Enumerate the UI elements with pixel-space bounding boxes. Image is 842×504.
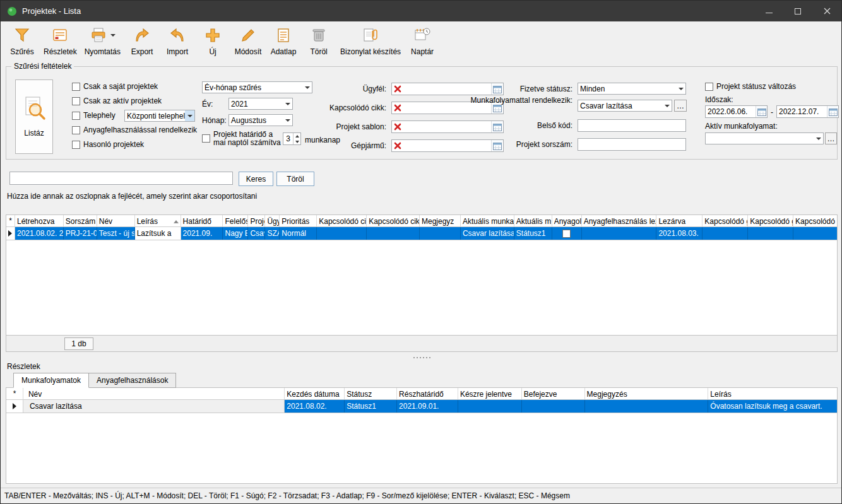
cell-material-checkbox[interactable] (552, 227, 582, 240)
has-workflow-combobox[interactable]: Csavar lazítása (578, 100, 672, 112)
header-cell[interactable]: Kapcsolódó g (748, 215, 793, 226)
row-indicator-icon (8, 230, 12, 237)
header-cell[interactable]: Felelős (223, 215, 248, 226)
cell-priority: Normál (280, 227, 317, 240)
header-cell[interactable]: Név (97, 215, 135, 226)
header-cell[interactable]: Aktuális munkaf (461, 215, 514, 226)
header-cell[interactable]: Létrehozva (15, 215, 64, 226)
clear-search-button[interactable]: Töröl (276, 172, 314, 186)
cell-description-focused[interactable]: Lazítsuk a (135, 227, 181, 240)
checkbox-similar-projects[interactable]: Hasonló projektek (72, 140, 144, 149)
chevron-down-icon (185, 110, 194, 121)
project-serial-field[interactable] (578, 138, 686, 151)
search-field[interactable] (9, 172, 233, 185)
cell-customer: SZAB (265, 227, 280, 240)
maximize-button[interactable] (783, 1, 812, 21)
chevron-down-icon (662, 100, 672, 111)
cell-responsible: Nagy Ba (223, 227, 248, 240)
header-cell[interactable]: Leírás (708, 388, 837, 399)
datasheet-button[interactable]: Adatlap (270, 24, 297, 56)
horizontal-splitter[interactable] (1, 352, 842, 363)
header-cell-sorted[interactable]: Leírás (135, 215, 181, 226)
tab-workflows[interactable]: Munkafolyamatok (13, 373, 89, 388)
header-cell[interactable]: Ügyf (265, 215, 280, 226)
record-count: 1 db (64, 337, 93, 350)
tab-material-usages[interactable]: Anyagfelhasználások (89, 373, 176, 388)
import-button[interactable]: Import (163, 24, 191, 56)
chevron-down-icon (814, 133, 823, 144)
header-cell[interactable]: Megjegyz (420, 215, 461, 226)
modify-button[interactable]: Módosít (234, 24, 262, 56)
internal-code-input[interactable] (578, 120, 685, 131)
cell-created: 2021.08.02. 2 (15, 227, 64, 240)
checkbox-own-projects[interactable]: Csak a saját projektek (72, 82, 158, 91)
clear-x-icon[interactable] (392, 83, 403, 95)
header-cell-indicator: * (6, 388, 23, 399)
header-cell[interactable]: Befejezve (522, 388, 585, 399)
header-cell[interactable]: Proje (248, 215, 265, 226)
header-cell[interactable]: Kapcsolódó g (703, 215, 748, 226)
close-button[interactable] (812, 1, 841, 21)
project-serial-input[interactable] (578, 139, 685, 150)
print-button[interactable]: Nyomtatás (85, 24, 121, 56)
projects-grid-header: * Létrehozva Sorszám Név Leírás Határidő… (6, 215, 837, 227)
checkbox-box (562, 230, 571, 238)
list-button[interactable]: Listáz (15, 79, 53, 154)
titlebar: Projektek - Lista (1, 1, 841, 21)
header-cell[interactable]: Név (23, 388, 285, 399)
clear-x-icon[interactable] (392, 102, 403, 114)
header-cell[interactable]: Anyagfelhasználás lezá (582, 215, 657, 226)
workflow-row[interactable]: Csavar lazítása 2021.08.02. Státusz1 202… (6, 400, 837, 413)
header-cell[interactable]: Készre jelentve (458, 388, 522, 399)
stepper-up-icon[interactable] (294, 133, 300, 139)
minimize-button[interactable] (754, 1, 783, 21)
active-workflow-ellipsis-button[interactable]: … (825, 132, 837, 144)
header-cell[interactable]: Határidő (181, 215, 223, 226)
details-button[interactable]: Részletek (44, 24, 77, 56)
header-cell[interactable]: Státusz (345, 388, 397, 399)
cell-current-workflow: Csavar lazítása (461, 227, 514, 240)
header-cell[interactable]: Prioritás (280, 215, 317, 226)
workflow-ellipsis-button[interactable]: … (674, 100, 687, 112)
site-combobox[interactable]: Központi telephely (124, 110, 195, 122)
date-picker-calendar-icon[interactable] (827, 106, 838, 117)
checkbox-material-usage[interactable]: Anyagfelhasználással rendelkezik (72, 126, 197, 134)
internal-code-field[interactable] (578, 119, 686, 132)
paid-status-combobox[interactable]: Minden (578, 83, 686, 95)
project-row[interactable]: 2021.08.02. 2 PRJ-21-0 Teszt - új sab La… (6, 227, 837, 240)
export-button[interactable]: Export (128, 24, 156, 56)
period-label: Időszak: (705, 95, 733, 104)
header-cell[interactable]: Aktuális m (514, 215, 552, 226)
search-input[interactable] (10, 172, 232, 184)
date-picker-calendar-icon[interactable] (756, 106, 767, 117)
header-cell[interactable]: Részhatáridő (397, 388, 458, 399)
search-button[interactable]: Keres (239, 172, 273, 186)
cell-name: Teszt - új sab (97, 227, 135, 240)
header-cell[interactable]: Lezárva (656, 215, 703, 226)
clear-x-icon[interactable] (392, 140, 403, 151)
cell-partial-deadline: 2021.09.01. (397, 400, 458, 413)
print-dropdown-icon[interactable] (110, 34, 116, 37)
clear-x-icon[interactable] (392, 121, 403, 132)
header-cell[interactable]: Sorszám (64, 215, 97, 226)
delete-button[interactable]: Töröl (305, 24, 333, 56)
header-cell[interactable]: Kapcsolódó cikksza (367, 215, 420, 226)
header-cell[interactable]: Megjegyzés (585, 388, 709, 399)
header-cell[interactable]: Kapcsolódó cikk (317, 215, 367, 226)
header-cell[interactable]: Kezdés dátuma (285, 388, 345, 399)
period-to-field[interactable]: 2022.12.07. (776, 105, 839, 118)
voucher-button[interactable]: Bizonylat készítés (340, 24, 401, 56)
checkbox-project-status-change[interactable]: Projekt státusz változás (705, 82, 796, 91)
filter-icon (13, 26, 31, 44)
new-button[interactable]: Új (199, 24, 227, 56)
checkbox-active-projects[interactable]: Csak az aktív projektek (72, 97, 162, 105)
active-workflow-combobox[interactable] (705, 132, 824, 144)
filter-button[interactable]: Szűrés (8, 24, 36, 56)
checkbox-site[interactable]: Telephely (72, 111, 116, 120)
checkbox-project-deadline[interactable] (202, 134, 210, 143)
header-cell[interactable]: Anyagol (552, 215, 582, 226)
header-cell[interactable]: Kapcsolódó (793, 215, 837, 226)
calendar-button[interactable]: Naptár (408, 24, 436, 56)
period-from-field[interactable]: 2022.06.06. (705, 105, 768, 118)
search-list-icon (21, 96, 47, 122)
